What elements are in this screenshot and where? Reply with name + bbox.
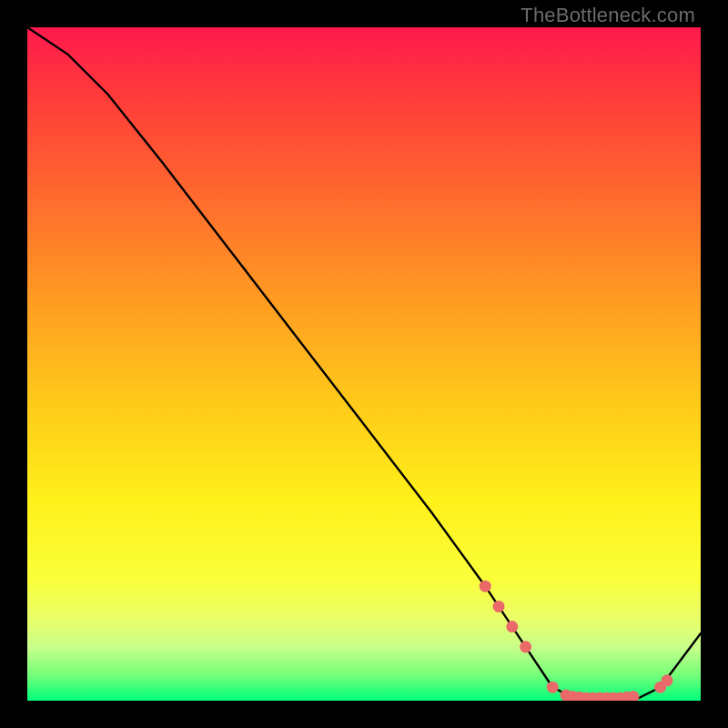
chart-svg xyxy=(27,27,701,701)
highlight-dot xyxy=(547,682,559,693)
highlight-dot xyxy=(520,641,531,652)
outer-black-frame: TheBottleneck.com xyxy=(0,0,728,728)
bottleneck-curve-line xyxy=(27,27,701,701)
plot-area xyxy=(27,27,701,701)
highlight-dot xyxy=(662,674,673,686)
watermark-text: TheBottleneck.com xyxy=(521,4,695,27)
highlight-dot xyxy=(480,581,491,592)
curve-layer xyxy=(27,27,701,701)
highlight-dot xyxy=(506,621,518,632)
highlight-dot xyxy=(493,601,505,612)
highlight-dots-layer xyxy=(480,581,673,701)
